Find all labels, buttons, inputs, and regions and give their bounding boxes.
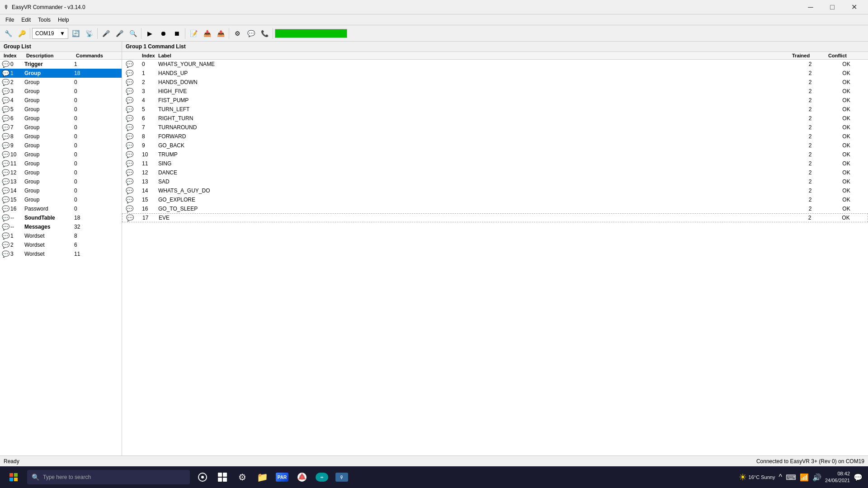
toolbar-new-button[interactable]: 🔧 xyxy=(2,27,14,40)
main-content: Group List Index Description Commands 💬 … xyxy=(0,42,868,455)
toolbar-mic2-button[interactable]: 🎤 xyxy=(113,27,126,40)
group-list-row[interactable]: 💬 12 Group 0 xyxy=(0,168,122,177)
command-list-row[interactable]: 💬 9 GO_BACK 2 OK xyxy=(122,141,868,150)
command-list-row[interactable]: 💬 7 TURNAROUND 2 OK xyxy=(122,123,868,132)
group-list-row[interactable]: 💬 13 Group 0 xyxy=(0,177,122,186)
group-index: 💬 -- xyxy=(2,214,24,221)
command-list-row[interactable]: 💬 6 RIGHT_TURN 2 OK xyxy=(122,114,868,123)
menu-edit[interactable]: Edit xyxy=(18,16,34,24)
group-list-row[interactable]: 💬 -- SoundTable 18 xyxy=(0,213,122,222)
group-list-row[interactable]: 💬 8 Group 0 xyxy=(0,132,122,141)
toolbar-detect-button[interactable]: 📡 xyxy=(83,27,95,40)
weather-info: ☀ 16°C Sunny xyxy=(739,472,775,483)
taskbar-folder-button[interactable]: 📁 xyxy=(253,468,271,486)
cmd-trained: 2 xyxy=(792,106,828,113)
toolbar-import-button[interactable]: 📥 xyxy=(201,27,213,40)
group-icon: 💬 xyxy=(2,61,9,68)
toolbar-stop-button[interactable]: ⏹ xyxy=(170,27,183,40)
group-index: 💬 12 xyxy=(2,169,24,176)
command-list-row[interactable]: 💬 1 HANDS_UP 2 OK xyxy=(122,69,868,78)
taskbar-chrome-button[interactable] xyxy=(293,468,311,486)
menu-file[interactable]: File xyxy=(2,16,18,24)
command-list-row[interactable]: 💬 11 SING 2 OK xyxy=(122,159,868,168)
group-list-row[interactable]: 💬 3 Wordset 11 xyxy=(0,249,122,258)
cmd-index: 0 xyxy=(142,61,158,67)
group-list-row[interactable]: 💬 11 Group 0 xyxy=(0,159,122,168)
taskbar-arduino-button[interactable]: ∞ xyxy=(313,468,331,486)
command-list-row[interactable]: 💬 12 DANCE 2 OK xyxy=(122,168,868,177)
menu-help[interactable]: Help xyxy=(54,16,73,24)
toolbar-settings-button[interactable]: ⚙ xyxy=(231,27,244,40)
group-list-row[interactable]: 💬 9 Group 0 xyxy=(0,141,122,150)
command-list-row[interactable]: 💬 8 FORWARD 2 OK xyxy=(122,132,868,141)
cmd-label: GO_BACK xyxy=(158,142,792,149)
group-list-table: Index Description Commands 💬 0 Trigger 1… xyxy=(0,52,122,455)
group-list-row[interactable]: 💬 1 Wordset 8 xyxy=(0,231,122,240)
tray-volume[interactable]: 🔊 xyxy=(812,473,821,482)
group-list-row[interactable]: 💬 0 Trigger 1 xyxy=(0,60,122,69)
tray-notification[interactable]: 💬 xyxy=(854,473,863,482)
cmd-index: 17 xyxy=(142,215,159,221)
group-index: 💬 2 xyxy=(2,241,24,249)
group-list-row[interactable]: 💬 7 Group 0 xyxy=(0,123,122,132)
group-list-row[interactable]: 💬 2 Group 0 xyxy=(0,78,122,87)
taskbar-app1-button[interactable]: PAR xyxy=(273,468,291,486)
cmd-trained: 2 xyxy=(792,206,828,212)
group-list-row[interactable]: 💬 14 Group 0 xyxy=(0,186,122,195)
comport-selector[interactable]: COM19 ▼ xyxy=(32,28,68,39)
toolbar-phone-button[interactable]: 📞 xyxy=(258,27,271,40)
tray-wifi[interactable]: 📶 xyxy=(800,473,809,482)
command-list-row[interactable]: 💬 3 HIGH_FIVE 2 OK xyxy=(122,87,868,96)
command-list-row[interactable]: 💬 0 WHATS_YOUR_NAME 2 OK xyxy=(122,60,868,69)
group-description: Group xyxy=(24,115,74,122)
group-icon: 💬 xyxy=(2,106,9,113)
command-list-row[interactable]: 💬 17 EVE 2 OK xyxy=(122,213,868,222)
start-button[interactable] xyxy=(2,466,25,488)
command-list-row[interactable]: 💬 14 WHATS_A_GUY_DO 2 OK xyxy=(122,186,868,195)
toolbar-chat-button[interactable]: 💬 xyxy=(245,27,257,40)
maximize-button[interactable]: □ xyxy=(822,0,843,14)
task-multi-view-button[interactable] xyxy=(213,468,231,486)
toolbar-search-button[interactable]: 🔍 xyxy=(127,27,139,40)
command-list-row[interactable]: 💬 5 TURN_LEFT 2 OK xyxy=(122,105,868,114)
svg-rect-0 xyxy=(9,473,13,477)
taskbar-easyvr-button[interactable]: 🎙 xyxy=(333,468,351,486)
toolbar-rec-button[interactable]: ⏺ xyxy=(157,27,170,40)
toolbar-train-button[interactable]: 📝 xyxy=(187,27,200,40)
cmd-label: HANDS_UP xyxy=(158,70,792,76)
group-list-row[interactable]: 💬 4 Group 0 xyxy=(0,96,122,105)
toolbar-export-button[interactable]: 📤 xyxy=(214,27,227,40)
group-list-row[interactable]: 💬 1 Group 18 xyxy=(0,69,122,78)
group-list-row[interactable]: 💬 15 Group 0 xyxy=(0,195,122,204)
command-list-row[interactable]: 💬 13 SAD 2 OK xyxy=(122,177,868,186)
menu-tools[interactable]: Tools xyxy=(34,16,54,24)
close-button[interactable]: ✕ xyxy=(844,0,864,14)
taskbar-search-bar[interactable]: 🔍 Type here to search xyxy=(27,470,190,484)
group-list-row[interactable]: 💬 -- Messages 32 xyxy=(0,222,122,231)
cmd-index: 5 xyxy=(142,106,158,113)
command-list-row[interactable]: 💬 2 HANDS_DOWN 2 OK xyxy=(122,78,868,87)
command-list-row[interactable]: 💬 16 GO_TO_SLEEP 2 OK xyxy=(122,204,868,213)
toolbar-play-button[interactable]: ▶ xyxy=(143,27,156,40)
group-list-row[interactable]: 💬 3 Group 0 xyxy=(0,87,122,96)
group-list-row[interactable]: 💬 2 Wordset 6 xyxy=(0,240,122,249)
group-description: Group xyxy=(24,160,74,167)
tray-keyboard[interactable]: ⌨ xyxy=(786,473,796,482)
toolbar-open-button[interactable]: 🔑 xyxy=(15,27,28,40)
clock[interactable]: 08:42 24/06/2021 xyxy=(825,470,850,484)
toolbar-refresh-button[interactable]: 🔄 xyxy=(69,27,82,40)
tray-up-arrow[interactable]: ^ xyxy=(778,473,782,481)
group-list-row[interactable]: 💬 10 Group 0 xyxy=(0,150,122,159)
group-list-row[interactable]: 💬 6 Group 0 xyxy=(0,114,122,123)
command-list-row[interactable]: 💬 10 TRUMP 2 OK xyxy=(122,150,868,159)
command-list-row[interactable]: 💬 4 FIST_PUMP 2 OK xyxy=(122,96,868,105)
minimize-button[interactable]: ─ xyxy=(800,0,821,14)
taskbar-gear-button[interactable]: ⚙ xyxy=(233,468,251,486)
cmd-conflict: OK xyxy=(828,188,864,194)
task-view-button[interactable] xyxy=(193,468,212,486)
toolbar-mic-button[interactable]: 🎤 xyxy=(99,27,112,40)
command-list-row[interactable]: 💬 15 GO_EXPLORE 2 OK xyxy=(122,195,868,204)
command-list-table: Index Label Trained Conflict 💬 0 WHATS_Y… xyxy=(122,52,868,222)
group-list-row[interactable]: 💬 16 Password 0 xyxy=(0,204,122,213)
group-list-row[interactable]: 💬 5 Group 0 xyxy=(0,105,122,114)
